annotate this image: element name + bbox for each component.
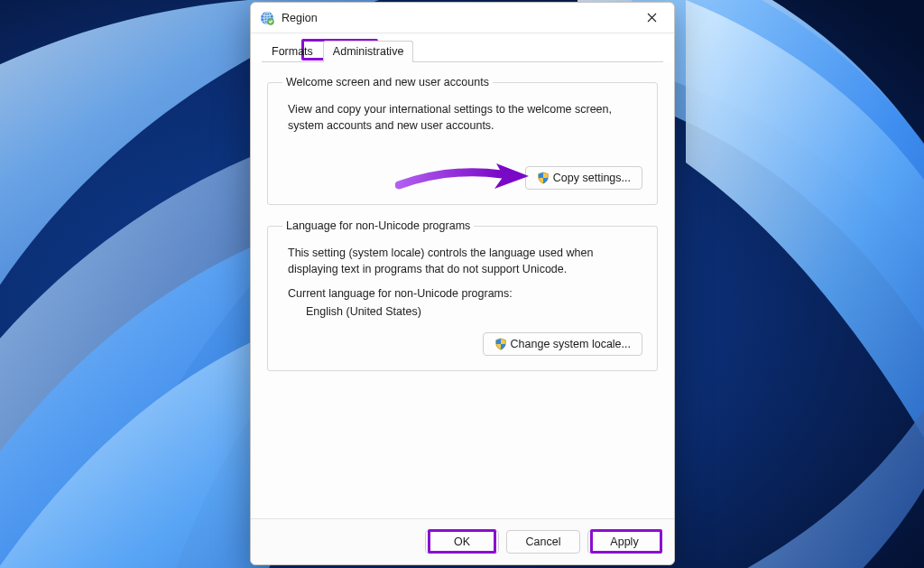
cancel-label: Cancel: [526, 535, 561, 548]
change-system-locale-button[interactable]: Change system locale...: [483, 332, 642, 356]
copy-settings-button[interactable]: Copy settings...: [525, 166, 642, 190]
copy-settings-label: Copy settings...: [553, 172, 631, 184]
ok-label: OK: [454, 535, 470, 548]
titlebar: Region: [251, 3, 674, 33]
dialog-footer: OK Cancel Apply: [251, 518, 674, 564]
tab-administrative[interactable]: Administrative: [323, 41, 414, 62]
shield-icon: [537, 172, 550, 184]
current-language-value: English (United States): [306, 305, 642, 318]
tab-content: Welcome screen and new user accounts Vie…: [251, 63, 674, 518]
apply-button[interactable]: Apply: [587, 530, 661, 554]
shield-icon: [494, 338, 507, 350]
group-non-unicode: Language for non-Unicode programs This s…: [267, 219, 658, 370]
group-welcome-desc: View and copy your international setting…: [288, 101, 642, 134]
cancel-button[interactable]: Cancel: [506, 530, 580, 554]
change-system-locale-label: Change system locale...: [511, 338, 631, 350]
apply-label: Apply: [610, 535, 638, 548]
tabs: Formats Administrative: [251, 33, 674, 62]
group-non-unicode-legend: Language for non-Unicode programs: [282, 219, 474, 232]
tab-formats[interactable]: Formats: [262, 41, 323, 62]
region-dialog: Region Formats Administrative Welcome sc…: [250, 2, 675, 565]
ok-button[interactable]: OK: [425, 530, 499, 554]
group-welcome-screen: Welcome screen and new user accounts Vie…: [267, 76, 658, 205]
close-button[interactable]: [631, 4, 672, 33]
group-welcome-legend: Welcome screen and new user accounts: [282, 76, 493, 88]
window-title: Region: [282, 12, 631, 24]
group-non-unicode-desc: This setting (system locale) controls th…: [288, 245, 642, 277]
globe-icon: [260, 11, 274, 25]
current-language-label: Current language for non-Unicode program…: [288, 287, 642, 300]
